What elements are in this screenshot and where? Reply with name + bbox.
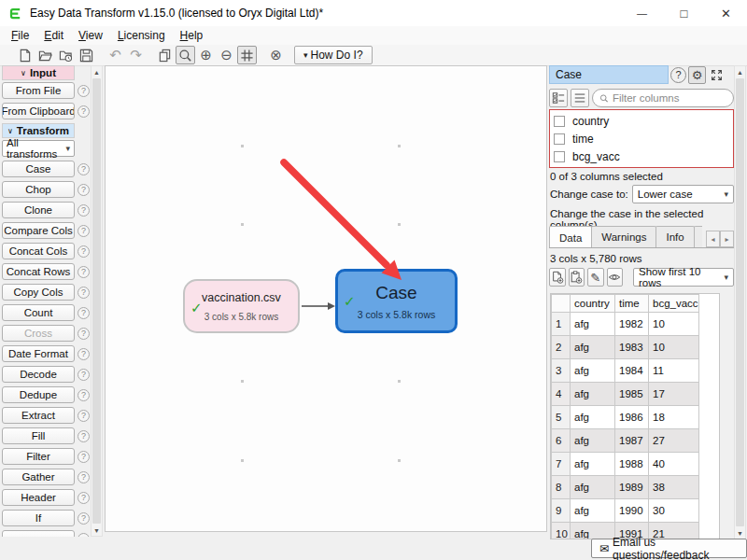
save-icon[interactable] [77,46,96,64]
checkbox-unchecked[interactable] [554,116,565,127]
gear-icon[interactable]: ⚙ [688,66,706,84]
column-header-time[interactable]: time [615,295,649,313]
case-node[interactable]: ✓ Case 3 cols x 5.8k rows [335,269,458,333]
maximize-icon[interactable]: □ [663,0,705,26]
data-cell[interactable]: 27 [649,429,699,453]
data-cell[interactable]: 1989 [615,476,649,499]
data-cell[interactable]: afg [571,476,615,499]
scrollbar-thumb[interactable] [92,78,101,524]
help-icon[interactable]: ? [78,410,90,422]
tab-data[interactable]: Data [549,226,592,247]
transform-section-header[interactable]: ∨ Transform [2,123,75,138]
data-cell[interactable]: 1988 [615,453,649,476]
pan-zoom-icon[interactable] [176,46,195,64]
export-file-icon[interactable] [549,268,566,287]
transform-item-button[interactable]: Decode [2,366,75,383]
zoom-in-icon[interactable]: ⊕ [196,46,216,64]
list-view-icon[interactable] [571,89,589,107]
transform-item-button[interactable]: Chop [2,181,75,198]
data-cell[interactable]: 18 [649,406,699,429]
help-icon[interactable]: ? [78,105,90,118]
change-case-dropdown[interactable]: Lower case ▾ [632,185,734,203]
menu-item-licensing[interactable]: Licensing [110,27,173,44]
transform-item-button[interactable]: Header [2,489,75,506]
help-icon[interactable]: ? [78,163,90,175]
help-icon[interactable]: ? [78,430,90,442]
new-file-icon[interactable] [15,46,35,64]
row-number-cell[interactable]: 1 [552,313,571,336]
menu-item-file[interactable]: File [4,27,36,44]
scroll-up-icon[interactable]: ▲ [92,66,102,77]
help-icon[interactable]: ? [78,492,90,504]
tab-scroll-right-icon[interactable]: ▸ [720,231,734,247]
help-icon[interactable]: ? [78,204,90,217]
help-icon[interactable]: ? [78,451,90,463]
help-icon[interactable]: ? [670,67,686,83]
help-icon[interactable]: ? [78,266,90,278]
filter-columns-searchbox[interactable] [592,89,734,107]
help-icon[interactable]: ? [78,245,90,258]
data-cell[interactable]: 17 [649,383,699,406]
select-columns-icon[interactable] [549,89,568,107]
transform-item-button[interactable]: Compare Cols [2,222,75,239]
source-node-vaccination[interactable]: ✓ vaccination.csv 3 cols x 5.8k rows [183,279,300,333]
data-cell[interactable]: 10 [649,313,699,336]
transform-item-button[interactable]: Concat Cols [2,243,75,259]
data-cell[interactable]: afg [571,523,615,540]
help-icon[interactable]: ? [78,328,90,340]
row-number-cell[interactable]: 2 [552,336,571,359]
data-cell[interactable]: afg [571,336,615,359]
transform-item-button[interactable]: Filter [2,448,75,465]
transform-item-button[interactable]: Case [2,161,75,177]
row-number-cell[interactable]: 3 [552,359,571,383]
data-cell[interactable]: afg [571,313,615,336]
help-icon[interactable]: ? [78,225,90,237]
row-number-cell[interactable]: 6 [552,429,571,453]
input-section-header[interactable]: ∨ Input [2,65,75,80]
tab-comments[interactable]: Comments [694,226,702,247]
help-icon[interactable]: ? [78,471,90,483]
help-icon[interactable]: ? [78,512,90,525]
data-cell[interactable]: afg [571,429,615,453]
menu-item-view[interactable]: View [71,27,110,44]
open-recent-icon[interactable] [56,46,76,64]
data-cell[interactable]: 38 [649,476,699,499]
copy-clipboard-icon[interactable] [569,268,585,287]
data-cell[interactable]: 1987 [615,429,649,453]
data-cell[interactable]: 1986 [615,406,649,429]
edit-pencil-icon[interactable]: ✎ [587,268,604,287]
redo-icon[interactable]: ↷ [126,46,146,64]
cancel-icon[interactable]: ⊗ [266,46,286,64]
data-cell[interactable]: 1985 [615,383,649,406]
transform-item-button[interactable]: Gather [2,469,75,485]
column-header-bcg_vacc[interactable]: bcg_vacc [649,295,699,313]
data-cell[interactable]: 11 [649,359,699,383]
row-number-cell[interactable]: 8 [552,476,571,499]
transform-item-button[interactable]: Clone [2,202,75,218]
duplicate-icon[interactable] [155,46,175,64]
data-cell[interactable]: 1990 [615,499,649,523]
transform-item-button[interactable]: Extract [2,407,75,424]
column-header-country[interactable]: country [571,295,615,313]
data-cell[interactable]: afg [571,359,615,383]
help-icon[interactable]: ? [78,348,90,360]
data-cell[interactable]: 1982 [615,313,649,336]
grid-snap-icon[interactable] [237,46,257,64]
tab-scroll-left-icon[interactable]: ◂ [706,231,720,247]
expand-icon[interactable] [708,66,726,84]
help-icon[interactable]: ? [78,389,90,401]
transform-item-button[interactable]: Date Format [2,345,75,362]
tab-info[interactable]: Info [655,226,694,247]
undo-icon[interactable]: ↶ [106,46,125,64]
row-number-cell[interactable]: 10 [552,523,571,540]
transform-item-button[interactable]: Concat Rows [2,263,75,280]
help-icon[interactable]: ? [78,369,90,381]
help-icon[interactable]: ? [78,287,90,299]
data-cell[interactable]: afg [571,499,615,523]
close-icon[interactable]: ✕ [705,0,747,26]
data-cell[interactable]: 1984 [615,359,649,383]
menu-item-edit[interactable]: Edit [36,27,71,44]
column-list-item[interactable]: bcg_vacc [554,147,733,165]
email-feedback-button[interactable]: ✉ Email us questions/feedback [591,539,747,558]
data-cell[interactable]: afg [571,406,615,429]
